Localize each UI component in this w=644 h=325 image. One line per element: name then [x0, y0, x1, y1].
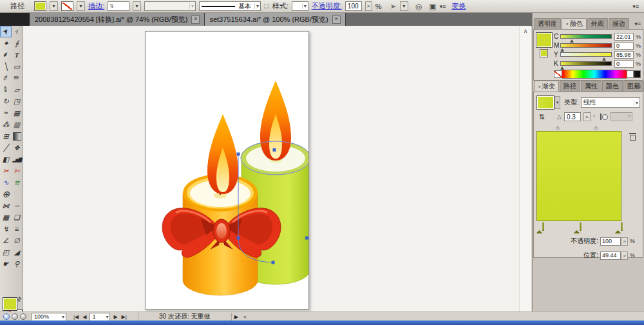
globe-icon[interactable]: ◎ — [415, 2, 422, 11]
color-stroke-swatch[interactable] — [540, 49, 548, 57]
scale-tool[interactable]: ◳ — [12, 96, 22, 106]
live-paint-bucket-tool[interactable]: ◧ — [1, 154, 11, 164]
style-dropdown[interactable] — [292, 1, 308, 11]
artboard-tool[interactable]: ◰ — [1, 247, 11, 257]
paintbrush-tool[interactable]: ✑ — [1, 73, 11, 83]
set37515634.ai* @ 100% (RGB/预览)[interactable]: set37515634.ai* @ 100% (RGB/预览) — [205, 13, 345, 26]
slice-tool[interactable]: ◢ — [12, 247, 22, 257]
white-swatch[interactable] — [627, 70, 634, 78]
status-collapse-icon[interactable]: < — [241, 314, 249, 320]
graph-tool[interactable]: ▥ — [12, 119, 22, 130]
select-similar-icon[interactable]: ➣ — [390, 2, 397, 11]
curvature-tool[interactable]: ∿ — [1, 177, 11, 188]
mesh-tool[interactable]: ⊞ — [1, 131, 11, 141]
first-page-icon[interactable]: |◀ — [71, 314, 80, 320]
gradient-swatch[interactable] — [536, 95, 554, 110]
reverse-gradient-icon[interactable]: ⇅ — [536, 113, 547, 121]
gradient-position-stepper-icon[interactable]: > — [621, 251, 628, 260]
symbol-sprayer-tool[interactable]: ⁂ — [1, 119, 11, 130]
slider-track[interactable] — [560, 52, 612, 57]
close-tab-icon[interactable] — [191, 15, 200, 24]
none-color-swatch[interactable] — [554, 70, 562, 78]
screen-mode-menu-icon[interactable] — [12, 313, 18, 320]
slider-thumb-icon[interactable] — [570, 39, 574, 43]
align-tool[interactable]: ≡ — [12, 224, 22, 234]
measure-tool[interactable]: ∠ — [1, 235, 11, 246]
black-swatch[interactable] — [634, 70, 641, 78]
color-spectrum-bar[interactable] — [562, 70, 627, 79]
slider-track[interactable] — [560, 34, 612, 39]
fill-swatch[interactable] — [3, 297, 17, 311]
路径[interactable]: 路径 — [560, 81, 580, 92]
variable-width-profile-dropdown[interactable] — [144, 1, 196, 11]
line-segment-tool[interactable]: ╲ — [1, 61, 11, 72]
slider-track[interactable] — [560, 43, 612, 48]
vertical-scrollbar[interactable]: ∧ — [519, 26, 531, 311]
透明度[interactable]: 透明度 — [534, 18, 561, 29]
envelope-distort-tool[interactable]: ⋈ — [1, 201, 11, 211]
外观[interactable]: 外观 — [587, 18, 608, 29]
slider-value-field[interactable]: 22.01 — [614, 33, 634, 41]
pencil-tool[interactable]: ✎ — [12, 73, 22, 83]
free-transform-tool[interactable]: ▦ — [12, 108, 22, 118]
knife-tool[interactable]: ✄ — [12, 166, 22, 176]
zoom-tool[interactable]: ⚲ — [12, 259, 22, 269]
smooth-tool[interactable]: ≋ — [12, 177, 22, 188]
slider-value-field[interactable]: 0 — [614, 60, 634, 68]
gradient-midpoint-icon[interactable]: ◇ — [594, 125, 598, 131]
gradient-panel-menu-icon[interactable] — [634, 83, 641, 90]
tool-button[interactable] — [12, 189, 22, 199]
gradient-annotator-icon[interactable] — [600, 113, 608, 120]
control-bar-menu-icon[interactable] — [632, 3, 639, 10]
gradient-opacity-field[interactable]: 100 — [600, 237, 621, 246]
artboard[interactable] — [145, 31, 309, 310]
slider-track[interactable] — [560, 61, 612, 66]
gradient-type-dropdown[interactable]: 线性 — [581, 97, 640, 108]
screen-mode-normal-icon[interactable] — [3, 313, 10, 320]
slider-value-field[interactable]: 0 — [614, 42, 634, 50]
selection-tool[interactable]: ➤ — [1, 26, 11, 37]
gradient-midpoint-icon[interactable]: ◇ — [556, 125, 560, 131]
magic-wand-tool[interactable]: ✦ — [1, 38, 11, 48]
lasso-tool[interactable]: ∮ — [12, 38, 22, 48]
属性[interactable]: 属性 — [581, 81, 601, 92]
gradient-angle-field[interactable]: 0.3 — [564, 112, 581, 121]
gradient-position-field[interactable]: 49.44 — [600, 251, 621, 260]
gradient-preview[interactable] — [536, 131, 621, 221]
rectangle-tool[interactable]: ▭ — [12, 61, 22, 72]
eyedropper-alt-tool[interactable]: ∅ — [12, 235, 22, 246]
screen-mode-full-icon[interactable] — [20, 313, 26, 320]
select-similar-dropdown-icon[interactable] — [400, 1, 408, 11]
scribble-tool[interactable]: ↯ — [1, 224, 11, 234]
direct-selection-tool[interactable]: ➢ — [12, 26, 22, 37]
gradient-tool[interactable] — [12, 131, 22, 141]
gradient-opacity-stepper-icon[interactable]: > — [621, 237, 628, 246]
slider-thumb-icon[interactable] — [560, 66, 564, 70]
fill-color-swatch[interactable] — [34, 1, 46, 11]
gradient-swatch-dropdown-icon[interactable] — [554, 96, 560, 109]
gradient-stop[interactable] — [536, 222, 544, 231]
颜色[interactable]: 颜色 — [562, 18, 587, 29]
page-number-dropdown[interactable]: 1 — [90, 313, 110, 321]
opacity-stepper-icon[interactable]: > — [365, 1, 372, 11]
pen-tool[interactable]: ✒ — [1, 50, 11, 60]
column-graph-tool[interactable]: ▂▅▇ — [12, 154, 22, 164]
last-page-icon[interactable]: ▶| — [120, 314, 129, 320]
rotate-tool[interactable]: ↻ — [1, 96, 11, 106]
eyedropper-tool[interactable]: ╱ — [1, 143, 11, 153]
brush-definition-dropdown[interactable]: 基本 — [199, 1, 261, 11]
transform-link[interactable]: 变换 — [451, 1, 466, 11]
stroke-color-swatch[interactable] — [61, 1, 73, 11]
描边[interactable]: 描边 — [609, 18, 629, 29]
200838125420554 [转换].ai* @ 74% (RGB/预览)[interactable]: 200838125420554 [转换].ai* @ 74% (RGB/预览) — [30, 13, 205, 26]
gradient-stop[interactable] — [614, 222, 621, 231]
stroke-weight-label[interactable]: 描边: — [88, 1, 104, 11]
blend-tool[interactable]: ❖ — [12, 143, 22, 153]
opacity-label[interactable]: 不透明度: — [312, 1, 342, 11]
fill-dropdown-icon[interactable] — [50, 1, 58, 11]
angle-stepper-icon[interactable]: > — [583, 112, 591, 121]
blob-brush-tool[interactable]: ✐ — [1, 84, 11, 95]
scroll-up-icon[interactable]: ∧ — [520, 26, 531, 34]
rectangular-grid-tool[interactable]: ▦ — [1, 212, 11, 222]
wave-tool[interactable]: ∽ — [12, 201, 22, 211]
